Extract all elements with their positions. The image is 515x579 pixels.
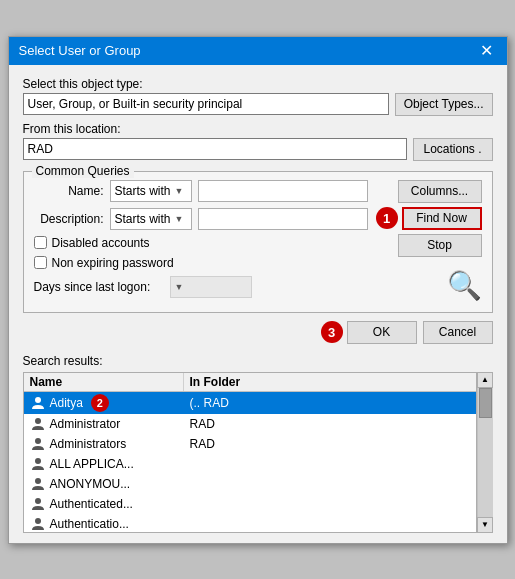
table-row[interactable]: ALL APPLICA...	[24, 454, 476, 474]
columns-button[interactable]: Columns...	[398, 180, 482, 203]
search-results-label: Search results:	[23, 354, 493, 368]
svg-point-4	[35, 478, 41, 484]
table-row[interactable]: AdministratorsRAD	[24, 434, 476, 454]
user-icon	[30, 476, 46, 492]
title-bar: Select User or Group ✕	[9, 37, 507, 65]
non-expiring-label: Non expiring password	[52, 256, 174, 270]
common-queries-group: Common Queries Name: Starts with ▼ Des	[23, 171, 493, 313]
scroll-track	[478, 388, 493, 517]
result-folder-cell	[184, 503, 234, 505]
result-folder-cell: RAD	[184, 416, 234, 432]
name-row: Name: Starts with ▼	[34, 180, 368, 202]
scrollbar[interactable]: ▲ ▼	[477, 372, 493, 533]
ok-wrapper: 3 OK	[321, 321, 417, 344]
result-name: Administrators	[50, 437, 127, 451]
result-name: Authenticated...	[50, 497, 133, 511]
user-icon	[30, 516, 46, 532]
result-name: ALL APPLICA...	[50, 457, 134, 471]
stop-button[interactable]: Stop	[398, 234, 482, 257]
user-icon	[30, 416, 46, 432]
result-name-cell: ANONYMOU...	[24, 475, 184, 493]
result-folder-cell: RAD	[184, 436, 234, 452]
description-dropdown-arrow: ▼	[175, 214, 184, 224]
days-arrow: ▼	[175, 282, 184, 292]
result-name: Aditya	[50, 396, 83, 410]
queries-right: Columns... 1 Find Now Stop 🔍	[376, 180, 482, 302]
result-folder-cell	[184, 483, 234, 485]
result-name-cell: Aditya2	[24, 393, 184, 413]
result-name: ANONYMOU...	[50, 477, 131, 491]
ok-cancel-area: 3 OK Cancel	[9, 321, 507, 350]
table-row[interactable]: Authenticatio...	[24, 514, 476, 532]
search-icon[interactable]: 🔍	[447, 269, 482, 302]
result-folder-cell	[184, 463, 234, 465]
disabled-accounts-checkbox[interactable]	[34, 236, 47, 249]
name-starts-value: Starts with	[115, 184, 171, 198]
location-section: From this location: Locations .	[23, 122, 493, 161]
close-button[interactable]: ✕	[476, 43, 497, 59]
location-input[interactable]	[23, 138, 407, 160]
object-type-label: Select this object type:	[23, 77, 493, 91]
result-name-cell: Authenticated...	[24, 495, 184, 513]
user-icon	[30, 395, 46, 411]
days-label: Days since last logon:	[34, 280, 164, 294]
object-type-section: Select this object type: Object Types...	[23, 77, 493, 116]
name-dropdown-arrow: ▼	[175, 186, 184, 196]
user-icon	[30, 456, 46, 472]
results-table: Name In Folder Aditya2(.. RADAdministrat…	[23, 372, 477, 533]
queries-left: Name: Starts with ▼ Description: Starts …	[34, 180, 368, 302]
result-name-cell: Administrators	[24, 435, 184, 453]
name-starts-select[interactable]: Starts with ▼	[110, 180, 192, 202]
find-now-button[interactable]: Find Now	[402, 207, 482, 230]
scroll-down-arrow[interactable]: ▼	[477, 517, 493, 533]
days-row: Days since last logon: ▼	[34, 276, 368, 298]
result-folder-cell: (.. RAD	[184, 395, 235, 411]
result-name-cell: ALL APPLICA...	[24, 455, 184, 473]
results-body[interactable]: Aditya2(.. RADAdministratorRADAdministra…	[24, 392, 476, 532]
results-header: Name In Folder	[24, 373, 476, 392]
cancel-button[interactable]: Cancel	[423, 321, 493, 344]
table-row[interactable]: Authenticated...	[24, 494, 476, 514]
header-folder: In Folder	[184, 373, 264, 391]
result-name: Administrator	[50, 417, 121, 431]
user-icon	[30, 436, 46, 452]
user-icon	[30, 496, 46, 512]
svg-point-6	[35, 518, 41, 524]
location-label: From this location:	[23, 122, 493, 136]
badge-2: 2	[91, 394, 109, 412]
result-folder-cell	[184, 523, 234, 525]
result-name: Authenticatio...	[50, 517, 129, 531]
days-select: ▼	[170, 276, 252, 298]
badge-3: 3	[321, 321, 343, 343]
non-expiring-row: Non expiring password	[34, 256, 368, 270]
object-type-input[interactable]	[23, 93, 389, 115]
description-text-input[interactable]	[198, 208, 368, 230]
header-name: Name	[24, 373, 184, 391]
locations-button[interactable]: Locations .	[413, 138, 493, 161]
dialog-body: Select this object type: Object Types...…	[9, 65, 507, 321]
table-row[interactable]: Aditya2(.. RAD	[24, 392, 476, 414]
result-name-cell: Administrator	[24, 415, 184, 433]
svg-point-3	[35, 458, 41, 464]
scroll-thumb[interactable]	[479, 388, 492, 418]
disabled-accounts-label: Disabled accounts	[52, 236, 150, 250]
scroll-up-arrow[interactable]: ▲	[477, 372, 493, 388]
find-now-wrapper: 1 Find Now	[376, 207, 482, 230]
description-starts-value: Starts with	[115, 212, 171, 226]
bottom-section: Search results: Name In Folder Aditya2(.…	[9, 350, 507, 543]
ok-button[interactable]: OK	[347, 321, 417, 344]
name-label: Name:	[34, 184, 104, 198]
result-name-cell: Authenticatio...	[24, 515, 184, 532]
table-row[interactable]: AdministratorRAD	[24, 414, 476, 434]
description-starts-select[interactable]: Starts with ▼	[110, 208, 192, 230]
description-label: Description:	[34, 212, 104, 226]
svg-point-1	[35, 418, 41, 424]
table-row[interactable]: ANONYMOU...	[24, 474, 476, 494]
dialog-title: Select User or Group	[19, 43, 141, 58]
description-row: Description: Starts with ▼	[34, 208, 368, 230]
name-text-input[interactable]	[198, 180, 368, 202]
disabled-accounts-row: Disabled accounts	[34, 236, 368, 250]
object-types-button[interactable]: Object Types...	[395, 93, 493, 116]
non-expiring-checkbox[interactable]	[34, 256, 47, 269]
svg-point-0	[35, 397, 41, 403]
